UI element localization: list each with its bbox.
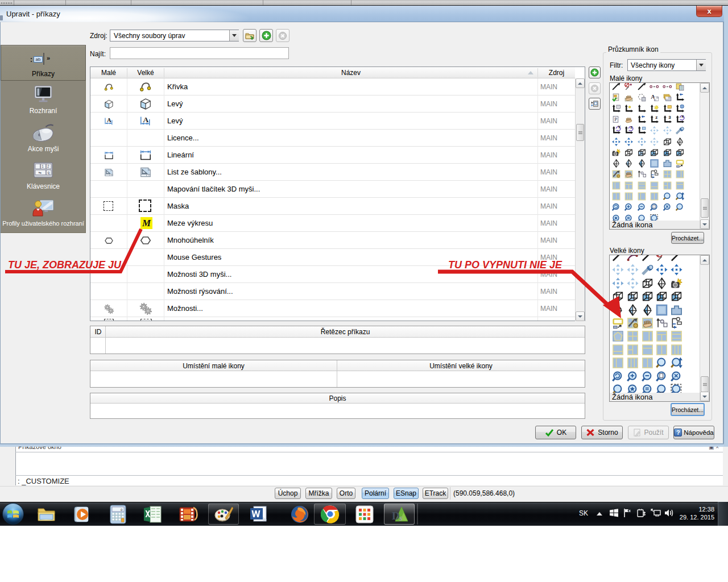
svg-text:A: A bbox=[143, 115, 149, 124]
svg-text:D: D bbox=[392, 510, 400, 522]
svg-text:z: z bbox=[630, 126, 632, 130]
svg-text:A: A bbox=[107, 117, 111, 123]
svg-text:2: 2 bbox=[47, 164, 49, 168]
svg-text:z: z bbox=[655, 115, 657, 120]
svg-text:3: 3 bbox=[668, 115, 671, 120]
svg-text:q: q bbox=[48, 171, 50, 175]
svg-text:Y: Y bbox=[618, 126, 621, 130]
svg-text:1: 1 bbox=[42, 164, 44, 168]
svg-text:P: P bbox=[614, 117, 617, 122]
svg-text:⇆: ⇆ bbox=[38, 171, 42, 174]
